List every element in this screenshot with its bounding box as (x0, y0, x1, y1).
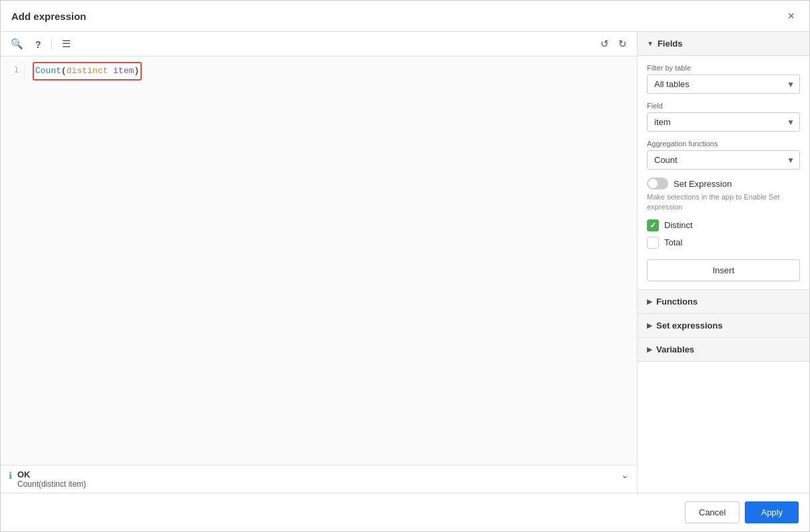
line-number-1: 1 (6, 62, 19, 78)
snippet-icon: ☰ (62, 38, 71, 49)
undo-button[interactable]: ↺ (597, 36, 612, 52)
fields-section-body: Filter by table All tables ▼ Field item … (638, 56, 809, 290)
editor-content: 1 Count(distinct item) (1, 57, 637, 86)
set-expression-row: Set Expression (647, 178, 800, 190)
status-text-block: OK Count(distinct item) (17, 469, 616, 489)
set-expression-label: Set Expression (674, 179, 731, 189)
set-expression-hint: Make selections in the app to Enable Set… (647, 192, 800, 213)
editor-area[interactable]: 1 Count(distinct item) (1, 57, 637, 465)
variables-section-header[interactable]: ▶ Variables (638, 338, 809, 361)
distinct-checkbox[interactable] (647, 219, 659, 231)
code-space (108, 66, 113, 76)
apply-button[interactable]: Apply (745, 501, 799, 523)
aggregation-select-wrapper: Count Sum Avg Min Max ▼ (647, 150, 800, 170)
distinct-row: Distinct (647, 219, 800, 231)
aggregation-select[interactable]: Count Sum Avg Min Max (647, 150, 800, 170)
set-expression-toggle[interactable] (647, 178, 668, 190)
fields-section-label: Fields (658, 39, 683, 49)
functions-section-label: Functions (656, 297, 698, 307)
status-toggle-button[interactable]: ⌄ (621, 469, 629, 480)
search-button[interactable]: 🔍 (7, 36, 27, 52)
code-block[interactable]: Count(distinct item) (25, 62, 637, 80)
help-button[interactable]: ? (32, 37, 45, 52)
dialog-title: Add expression (11, 11, 87, 22)
info-icon: ℹ (9, 470, 12, 481)
dialog-body: 🔍 ? ☰ ↺ ↻ (1, 32, 809, 493)
snippet-button[interactable]: ☰ (59, 36, 74, 52)
set-expressions-section-label: Set expressions (656, 321, 723, 331)
field-label: Field (647, 102, 800, 110)
help-icon: ? (35, 39, 41, 50)
code-open-paren: ( (61, 66, 67, 76)
set-expressions-section: ▶ Set expressions (638, 314, 809, 338)
search-icon: 🔍 (11, 38, 23, 49)
undo-redo-group: ↺ ↻ (597, 36, 630, 52)
redo-button[interactable]: ↻ (615, 36, 630, 52)
variables-section-label: Variables (656, 344, 694, 354)
functions-section: ▶ Functions (638, 290, 809, 314)
field-select[interactable]: item (647, 112, 800, 132)
total-checkbox[interactable] (647, 237, 659, 249)
code-variable-item: item (113, 66, 134, 76)
cancel-button[interactable]: Cancel (685, 501, 739, 523)
set-expressions-arrow-icon: ▶ (647, 322, 652, 329)
status-bar: ℹ OK Count(distinct item) ⌄ (1, 465, 637, 493)
undo-icon: ↺ (600, 38, 609, 49)
code-keyword-distinct: distinct (67, 66, 108, 76)
functions-section-header[interactable]: ▶ Functions (638, 290, 809, 313)
status-ok-label: OK (17, 469, 616, 479)
filter-table-wrapper: All tables ▼ (647, 74, 800, 94)
code-close-paren: ) (134, 66, 139, 76)
field-select-wrapper: item ▼ (647, 112, 800, 132)
total-row: Total (647, 237, 800, 249)
variables-arrow-icon: ▶ (647, 346, 652, 353)
code-expression-highlighted: Count(distinct item) (33, 62, 142, 80)
filter-by-table-label: Filter by table (647, 64, 800, 72)
code-function-name: Count (35, 66, 61, 76)
redo-icon: ↻ (618, 38, 627, 49)
dialog-footer: Cancel Apply (1, 493, 809, 531)
toolbar-divider (51, 38, 52, 50)
add-expression-dialog: Add expression × 🔍 ? ☰ ↺ (0, 0, 810, 532)
total-label: Total (664, 237, 682, 247)
variables-section: ▶ Variables (638, 338, 809, 362)
fields-section-header[interactable]: ▼ Fields (638, 32, 809, 56)
editor-panel: 🔍 ? ☰ ↺ ↻ (1, 32, 638, 493)
functions-arrow-icon: ▶ (647, 298, 652, 305)
set-expressions-section-header[interactable]: ▶ Set expressions (638, 314, 809, 337)
dialog-header: Add expression × (1, 1, 809, 32)
close-button[interactable]: × (783, 9, 799, 23)
status-expression: Count(distinct item) (17, 479, 616, 489)
right-panel: ▼ Fields Filter by table All tables ▼ Fi… (638, 32, 809, 493)
aggregation-label: Aggregation functions (647, 140, 800, 148)
filter-table-select[interactable]: All tables (647, 74, 800, 94)
insert-button[interactable]: Insert (647, 259, 800, 281)
distinct-label: Distinct (664, 220, 693, 230)
editor-toolbar: 🔍 ? ☰ ↺ ↻ (1, 32, 637, 57)
fields-arrow-icon: ▼ (647, 40, 654, 47)
line-numbers: 1 (1, 62, 25, 80)
